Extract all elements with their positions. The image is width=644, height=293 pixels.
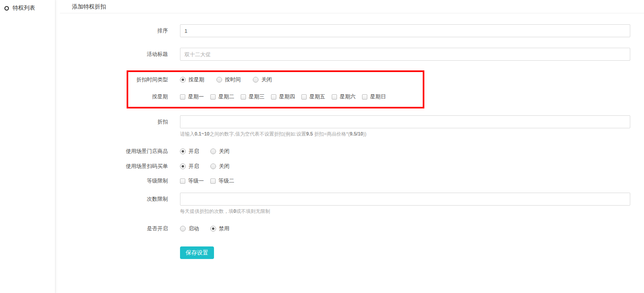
- radio-icon[interactable]: [180, 163, 186, 169]
- save-settings-button[interactable]: 保存设置: [180, 246, 214, 259]
- annotation-highlight-box: 折扣时间类型 按星期 按时间 关闭: [127, 70, 424, 108]
- radio-option-by-week[interactable]: 按星期: [180, 76, 204, 83]
- title-label: 活动标题: [60, 48, 168, 61]
- checkbox-label: 星期日: [370, 93, 386, 100]
- checkbox-label: 等级二: [218, 177, 234, 185]
- radio-label: 开启: [189, 163, 199, 170]
- sort-label: 排序: [60, 24, 168, 37]
- form-row-save: 保存设置: [60, 246, 644, 259]
- level-limit-label: 等级限制: [60, 177, 168, 185]
- count-limit-label: 次数限制: [60, 193, 168, 214]
- checkbox-option-level-2[interactable]: 等级二: [210, 177, 234, 185]
- radio-icon[interactable]: [210, 149, 216, 154]
- checkbox-label: 星期三: [249, 93, 265, 100]
- checkbox-option-saturday[interactable]: 星期六: [332, 93, 356, 100]
- radio-option-closed[interactable]: 关闭: [253, 76, 272, 83]
- discount-label: 折扣: [60, 115, 168, 137]
- time-type-label: 折扣时间类型: [128, 76, 168, 83]
- checkbox-icon[interactable]: [180, 94, 185, 100]
- checkbox-option-level-1[interactable]: 等级一: [180, 177, 204, 185]
- checkbox-icon[interactable]: [241, 94, 246, 100]
- radio-option-store-off[interactable]: 关闭: [210, 148, 229, 155]
- radio-label: 开启: [189, 148, 199, 155]
- checkbox-label: 星期五: [309, 93, 325, 100]
- sort-input[interactable]: [180, 24, 630, 37]
- radio-label: 禁用: [219, 225, 229, 232]
- radio-option-enable[interactable]: 启动: [180, 225, 199, 232]
- radio-icon[interactable]: [210, 163, 216, 169]
- checkbox-option-sunday[interactable]: 星期日: [362, 93, 386, 100]
- checkbox-label: 星期四: [279, 93, 295, 100]
- radio-option-by-time[interactable]: 按时间: [216, 76, 241, 83]
- checkbox-option-thursday[interactable]: 星期四: [271, 93, 295, 100]
- enabled-label: 是否开启: [60, 225, 168, 232]
- checkbox-option-monday[interactable]: 星期一: [180, 93, 204, 100]
- checkbox-label: 星期六: [340, 93, 356, 100]
- form-row-time-type: 折扣时间类型 按星期 按时间 关闭: [128, 76, 423, 83]
- radio-label: 关闭: [219, 148, 229, 155]
- checkbox-option-friday[interactable]: 星期五: [301, 93, 325, 100]
- main-content: 添加特权折扣 排序 活动标题 折扣时间类型 按星期: [60, 0, 644, 259]
- form-row-weekdays: 按星期 星期一 星期二 星期三: [128, 93, 423, 100]
- radio-label: 按星期: [189, 76, 204, 83]
- checkbox-option-tuesday[interactable]: 星期二: [210, 93, 234, 100]
- radio-label: 按时间: [225, 76, 241, 83]
- form-row-sort: 排序: [60, 24, 644, 37]
- sidebar: 特权列表: [0, 0, 55, 293]
- scene-store-label: 使用场景门店商品: [60, 148, 168, 155]
- activity-title-input[interactable]: [180, 48, 630, 61]
- form-row-count-limit: 次数限制 每天提供折扣的次数，填0或不填则无限制: [60, 193, 644, 214]
- form-row-scene-store: 使用场景门店商品 开启 关闭: [60, 148, 644, 155]
- form-row-scene-scan: 使用场景扫码买单 开启 关闭: [60, 163, 644, 170]
- sidebar-item-label: 特权列表: [13, 4, 35, 12]
- form-row-level-limit: 等级限制 等级一 等级二: [60, 177, 644, 185]
- radio-icon[interactable]: [180, 226, 186, 231]
- radio-option-disable[interactable]: 禁用: [210, 225, 229, 232]
- sidebar-item-privilege-list[interactable]: 特权列表: [0, 0, 55, 16]
- form-row-discount: 折扣 请输入0.1~10之间的数字,值为空代表不设置折扣(例如:设置9.5 折扣…: [60, 115, 644, 137]
- radio-label: 启动: [189, 225, 199, 232]
- checkbox-label: 等级一: [188, 177, 204, 185]
- weekdays-label: 按星期: [128, 93, 168, 100]
- radio-icon[interactable]: [216, 77, 222, 83]
- discount-hint: 请输入0.1~10之间的数字,值为空代表不设置折扣(例如:设置9.5 折扣=商品…: [180, 131, 630, 137]
- form-row-title: 活动标题: [60, 48, 644, 61]
- checkbox-option-wednesday[interactable]: 星期三: [241, 93, 265, 100]
- circle-icon: [4, 6, 9, 11]
- discount-input[interactable]: [180, 115, 630, 128]
- form-row-enabled: 是否开启 启动 禁用: [60, 225, 644, 232]
- scene-scan-label: 使用场景扫码买单: [60, 163, 168, 170]
- radio-option-store-on[interactable]: 开启: [180, 148, 199, 155]
- radio-label: 关闭: [219, 163, 229, 170]
- radio-option-scan-off[interactable]: 关闭: [210, 163, 229, 170]
- checkbox-icon[interactable]: [362, 94, 367, 100]
- count-limit-hint: 每天提供折扣的次数，填0或不填则无限制: [180, 208, 630, 214]
- radio-label: 关闭: [261, 76, 272, 83]
- radio-icon[interactable]: [180, 149, 186, 154]
- checkbox-label: 星期二: [218, 93, 234, 100]
- page-title: 添加特权折扣: [60, 0, 644, 13]
- radio-icon[interactable]: [253, 77, 258, 83]
- checkbox-icon[interactable]: [301, 94, 307, 100]
- radio-option-scan-on[interactable]: 开启: [180, 163, 199, 170]
- checkbox-icon[interactable]: [180, 178, 185, 184]
- checkbox-icon[interactable]: [210, 94, 216, 100]
- count-limit-input[interactable]: [180, 193, 630, 206]
- add-discount-form: 排序 活动标题 折扣时间类型 按星期: [60, 13, 644, 259]
- checkbox-label: 星期一: [188, 93, 204, 100]
- checkbox-icon[interactable]: [332, 94, 337, 100]
- radio-icon[interactable]: [210, 226, 216, 231]
- radio-icon[interactable]: [180, 77, 186, 83]
- checkbox-icon[interactable]: [210, 178, 216, 184]
- checkbox-icon[interactable]: [271, 94, 276, 100]
